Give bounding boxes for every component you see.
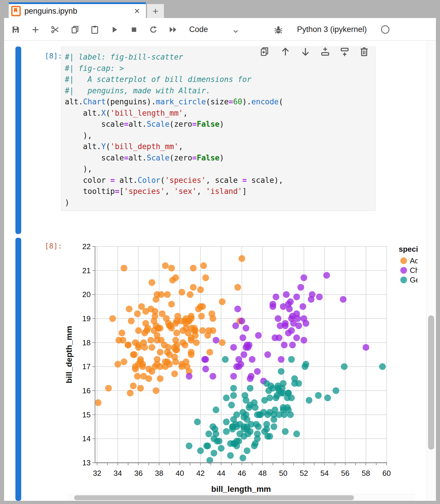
save-button[interactable] <box>10 24 21 35</box>
insert-below-icon <box>339 46 350 57</box>
svg-text:Chinstrap: Chinstrap <box>410 266 418 275</box>
cell-type-dropdown[interactable]: Code <box>189 25 208 34</box>
svg-text:34: 34 <box>114 469 122 478</box>
code-content: #| label: fig-bill-scatter#| fig-cap: >#… <box>65 51 283 208</box>
svg-text:52: 52 <box>300 469 308 478</box>
kernel-status-icon[interactable] <box>381 25 389 34</box>
input-prompt: [8]: <box>17 52 62 60</box>
paste-cells-button[interactable] <box>90 24 100 35</box>
svg-text:21: 21 <box>82 266 91 275</box>
move-cell-up-button[interactable] <box>279 45 292 58</box>
svg-text:species: species <box>399 245 418 253</box>
svg-text:36: 36 <box>134 469 143 478</box>
vertical-scrollbar-thumb[interactable] <box>428 315 434 450</box>
copy-icon <box>70 25 80 34</box>
svg-text:bill_length_mm: bill_length_mm <box>211 485 271 494</box>
scatter-points-adelie <box>95 255 245 406</box>
svg-text:48: 48 <box>258 469 267 478</box>
interrupt-kernel-button[interactable] <box>129 24 139 35</box>
stop-icon <box>130 26 138 34</box>
restart-run-all-button[interactable] <box>168 24 178 35</box>
duplicate-cell-button[interactable] <box>258 45 271 58</box>
svg-text:20: 20 <box>82 290 91 299</box>
arrow-down-icon <box>300 46 311 57</box>
svg-text:Gentoo: Gentoo <box>410 276 418 284</box>
svg-text:18: 18 <box>82 338 91 347</box>
tab-close-icon[interactable]: ✕ <box>134 7 140 15</box>
input-collapser[interactable] <box>15 47 21 234</box>
debugger-button[interactable] <box>273 24 284 35</box>
delete-cell-button[interactable] <box>358 45 371 58</box>
svg-text:40: 40 <box>176 469 184 478</box>
insert-cell-below-button[interactable] <box>338 45 351 58</box>
svg-text:14: 14 <box>82 434 91 443</box>
arrow-up-icon <box>280 46 291 57</box>
svg-text:22: 22 <box>82 242 91 251</box>
save-icon <box>11 25 20 34</box>
svg-text:54: 54 <box>320 469 329 478</box>
new-tab-button[interactable]: + <box>147 4 164 18</box>
svg-text:50: 50 <box>279 469 287 478</box>
code-editor[interactable]: #| label: fig-bill-scatter#| fig-cap: >#… <box>61 47 375 211</box>
svg-text:56: 56 <box>341 469 349 478</box>
notebook-scroll-area: [8]: #| label: fig-bill-scatter#| fig-ca… <box>4 41 426 501</box>
insert-cell-above-button[interactable] <box>319 45 332 58</box>
horizontal-scrollbar-thumb[interactable] <box>74 495 354 500</box>
kernel-name[interactable]: Python 3 (ipykernel) <box>297 25 367 34</box>
scatter-points-gentoo <box>186 356 386 464</box>
scissors-icon <box>51 25 60 34</box>
run-cell-button[interactable] <box>109 24 120 35</box>
svg-text:46: 46 <box>238 469 246 478</box>
chevron-down-icon <box>232 28 239 35</box>
paste-icon <box>90 25 99 34</box>
svg-text:13: 13 <box>82 458 91 467</box>
output-prompt: [8]: <box>17 242 62 250</box>
svg-text:16: 16 <box>82 386 91 395</box>
svg-text:bill_depth_mm: bill_depth_mm <box>65 326 74 383</box>
svg-text:58: 58 <box>362 469 370 478</box>
run-icon <box>110 25 119 34</box>
svg-text:17: 17 <box>82 362 91 371</box>
svg-text:19: 19 <box>82 314 91 323</box>
restart-icon <box>149 25 158 34</box>
insert-above-icon <box>320 46 331 57</box>
output-area: 3234363840424446485052545658601314151617… <box>65 217 422 495</box>
duplicate-cell-icon <box>259 46 270 57</box>
svg-text:Adelie: Adelie <box>410 256 418 265</box>
tab-penguins-notebook[interactable]: penguins.ipynb ✕ <box>9 2 146 18</box>
plus-icon <box>31 25 40 34</box>
cell-type-dropdown-caret[interactable] <box>230 26 241 37</box>
svg-text:32: 32 <box>93 469 101 478</box>
restart-kernel-button[interactable] <box>148 24 159 35</box>
output-chart: 3234363840424446485052545658601314151617… <box>65 217 418 495</box>
copy-cells-button[interactable] <box>70 24 80 35</box>
svg-text:38: 38 <box>155 469 163 478</box>
svg-text:44: 44 <box>217 469 226 478</box>
notebook-file-icon <box>11 6 21 17</box>
move-cell-down-button[interactable] <box>299 45 312 58</box>
bug-icon <box>274 25 283 34</box>
tab-title: penguins.ipynb <box>24 7 77 16</box>
trash-icon <box>359 46 370 57</box>
svg-text:42: 42 <box>196 469 205 478</box>
tab-bar: penguins.ipynb ✕ + <box>4 2 436 18</box>
output-collapser[interactable] <box>15 238 21 501</box>
svg-text:15: 15 <box>82 410 91 419</box>
svg-text:60: 60 <box>382 469 391 478</box>
fast-forward-icon <box>169 25 178 34</box>
notebook-toolbar <box>4 18 436 41</box>
cut-cells-button[interactable] <box>50 24 60 35</box>
insert-cell-button[interactable] <box>30 24 41 35</box>
